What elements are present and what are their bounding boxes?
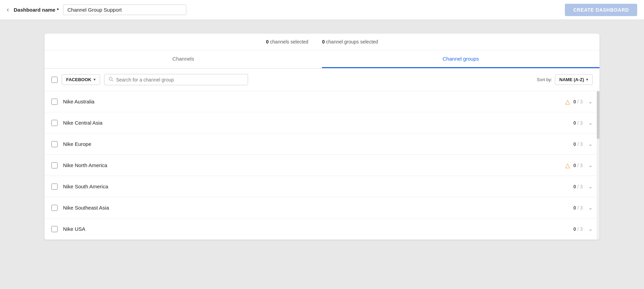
dashboard-name-input[interactable] [63,4,186,15]
item-name: Nike USA [63,226,573,232]
filter-row: FACEBOOK ▾ Sort by: NAME (A-Z) ▾ [45,68,599,91]
list-item[interactable]: Nike North America △ 0 / 3 ⌄ [45,155,599,176]
item-checkbox[interactable] [51,226,58,232]
expand-icon[interactable]: ⌄ [588,98,593,105]
tab-channel-groups[interactable]: Channel groups [322,50,599,68]
tab-channels[interactable]: Channels [45,50,322,68]
sort-value: NAME (A-Z) [559,77,584,82]
item-right: △ 0 / 3 ⌄ [565,98,593,105]
search-input[interactable] [116,77,244,83]
item-name: Nike North America [63,162,565,168]
select-all-checkbox[interactable] [51,77,58,83]
create-dashboard-button[interactable]: CREATE DASHBOARD [565,4,637,16]
item-count: 0 / 3 [573,141,583,147]
search-icon [109,77,113,83]
expand-icon[interactable]: ⌄ [588,204,593,211]
item-checkbox[interactable] [51,162,58,168]
item-right: 0 / 3 ⌄ [573,183,593,190]
list-item[interactable]: Nike Europe 0 / 3 ⌄ [45,134,599,155]
sort-area: Sort by: NAME (A-Z) ▾ [537,74,593,85]
search-box [104,74,248,85]
expand-icon[interactable]: ⌄ [588,226,593,232]
warning-icon: △ [565,162,570,169]
item-name: Nike South America [63,184,573,189]
list-item[interactable]: Nike Central Asia 0 / 3 ⌄ [45,112,599,134]
platform-label: FACEBOOK [66,77,91,82]
item-checkbox[interactable] [51,99,58,105]
item-count: 0 / 3 [573,99,583,104]
sort-label: Sort by: [537,77,552,82]
item-name: Nike Southeast Asia [63,205,573,211]
list-item[interactable]: Nike Southeast Asia 0 / 3 ⌄ [45,197,599,218]
selection-bar: 0 channels selected 0 channel groups sel… [45,34,599,50]
channel-group-panel: 0 channels selected 0 channel groups sel… [45,34,599,240]
item-name: Nike Central Asia [63,120,573,126]
item-count: 0 / 3 [573,205,583,211]
expand-icon[interactable]: ⌄ [588,120,593,126]
svg-line-1 [112,80,113,81]
item-right: 0 / 3 ⌄ [573,120,593,126]
item-checkbox[interactable] [51,184,58,190]
dashboard-name-label: Dashboard name * [14,7,59,13]
expand-icon[interactable]: ⌄ [588,183,593,190]
expand-icon[interactable]: ⌄ [588,141,593,147]
item-count: 0 / 3 [573,120,583,126]
item-right: 0 / 3 ⌄ [573,226,593,232]
item-count: 0 / 3 [573,184,583,189]
platform-chevron-icon: ▾ [94,77,96,82]
item-checkbox[interactable] [51,141,58,147]
scrollbar-track[interactable] [597,91,599,240]
item-count: 0 / 3 [573,226,583,232]
back-icon: ‹ [7,6,9,13]
scrollbar-thumb[interactable] [597,91,599,139]
channel-groups-selected-count: 0 channel groups selected [322,39,378,45]
list-item[interactable]: Nike Australia △ 0 / 3 ⌄ [45,91,599,112]
main-content: 0 channels selected 0 channel groups sel… [0,20,644,253]
sort-chevron-icon: ▾ [586,77,588,82]
item-right: 0 / 3 ⌄ [573,204,593,211]
item-name: Nike Australia [63,99,565,104]
tabs-container: Channels Channel groups [45,50,599,68]
list-item[interactable]: Nike South America 0 / 3 ⌄ [45,176,599,197]
sort-dropdown[interactable]: NAME (A-Z) ▾ [555,74,593,85]
expand-icon[interactable]: ⌄ [588,162,593,168]
top-bar: ‹ Dashboard name * CREATE DASHBOARD [0,0,644,20]
list-container: Nike Australia △ 0 / 3 ⌄ Nike Central As… [45,91,599,240]
list-item[interactable]: Nike USA 0 / 3 ⌄ [45,218,599,240]
item-right: 0 / 3 ⌄ [573,141,593,147]
channels-selected-count: 0 channels selected [266,39,308,45]
item-count: 0 / 3 [573,163,583,168]
item-checkbox[interactable] [51,120,58,126]
item-name: Nike Europe [63,141,573,147]
item-checkbox[interactable] [51,205,58,211]
warning-icon: △ [565,98,570,105]
platform-dropdown[interactable]: FACEBOOK ▾ [62,74,100,85]
item-right: △ 0 / 3 ⌄ [565,162,593,169]
back-button[interactable]: ‹ [7,6,9,13]
